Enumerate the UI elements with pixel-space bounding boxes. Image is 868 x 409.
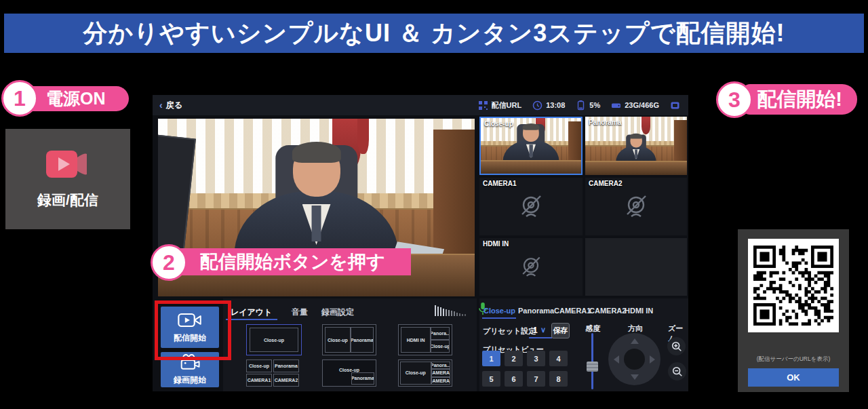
tab-volume[interactable]: 音量 xyxy=(292,307,308,318)
thumbnail-camera2-label: CAMERA2 xyxy=(589,180,622,187)
preset-cell: Close-up xyxy=(246,359,272,372)
dpad-up-icon[interactable] xyxy=(631,338,639,344)
battery-percent: 5% xyxy=(589,101,600,109)
direction-label: 方向 xyxy=(628,324,643,334)
layout-preset-hdmi-side[interactable]: HDMI IN Panora... Close-up xyxy=(398,324,452,355)
thumbnail-hdmi-label: HDMI IN xyxy=(483,240,509,248)
thumbnail-closeup-label: Close-up xyxy=(484,120,513,128)
layout-preset-pip[interactable]: Close-up Panorama xyxy=(322,359,376,387)
step2-number-badge: 2 xyxy=(151,244,187,281)
thumbnail-camera2[interactable]: CAMERA2 xyxy=(585,178,687,235)
power-on-tile: 録画/配信 xyxy=(5,129,130,229)
preset-dropdown-value[interactable]: 1 xyxy=(533,326,538,335)
preset-cell: Close-up xyxy=(431,340,450,353)
clock-item: 13:08 xyxy=(532,100,565,111)
preset-cell: CAMERA1 xyxy=(246,374,272,387)
ok-button[interactable]: OK xyxy=(748,368,839,387)
layout-preset-closeup-side[interactable]: Close-up Panora... CAMERA1 CAMERA2 xyxy=(398,359,452,387)
layout-preset-split[interactable]: Close-up Panorama xyxy=(322,324,376,355)
camera-off-icon xyxy=(621,192,651,222)
back-label: 戻る xyxy=(166,100,182,111)
battery-icon xyxy=(576,100,586,111)
save-button[interactable]: 保存 xyxy=(551,323,570,338)
camera-tab-underline xyxy=(482,317,516,319)
preset-button-1[interactable]: 1 xyxy=(482,351,500,366)
device-screen: ‹ 戻る 配信URL 13:08 xyxy=(153,95,688,391)
preset-setting-label: プリセット設定 xyxy=(483,326,536,336)
thumbnail-empty-slot xyxy=(585,238,687,296)
audio-level-meter xyxy=(435,304,474,316)
storage-value: 23G/466G xyxy=(625,101,659,109)
qr-caption: (配信サーバーのURLを表示) xyxy=(738,355,849,364)
back-button[interactable]: ‹ 戻る xyxy=(159,100,182,111)
dpad-left-icon[interactable] xyxy=(614,355,619,364)
thumbnail-closeup[interactable]: Close-up xyxy=(479,117,583,175)
settings-item[interactable] xyxy=(670,100,680,111)
start-record-label: 録画開始 xyxy=(174,374,206,386)
power-tile-label: 録画/配信 xyxy=(37,191,98,210)
thumbnail-hdmi-in[interactable]: HDMI IN xyxy=(479,238,583,296)
step3-number-badge: 3 xyxy=(716,81,753,118)
camera-tab-camera2[interactable]: CAMERA2 xyxy=(589,307,626,315)
preset-button-2[interactable]: 2 xyxy=(505,351,523,366)
camera-off-icon xyxy=(516,192,546,222)
tab-record-settings[interactable]: 録画設定 xyxy=(321,307,354,318)
back-chevron-icon: ‹ xyxy=(159,101,163,109)
preset-cell: Panora... xyxy=(431,327,450,340)
step2-label: 配信開始ボタンを押す xyxy=(174,248,411,275)
highlight-frame xyxy=(155,300,231,360)
thumbnail-camera1[interactable]: CAMERA1 xyxy=(479,178,583,235)
thumbnail-panorama-label: Panorama xyxy=(589,119,621,126)
preset-button-4[interactable]: 4 xyxy=(549,351,568,366)
zoom-out-button[interactable] xyxy=(668,362,686,381)
dpad-down-icon[interactable] xyxy=(631,374,639,380)
banner-title: 分かりやすいシンプルなUI ＆ カンタン3ステップで配信開始! xyxy=(4,14,864,53)
zoom-in-button[interactable] xyxy=(667,337,686,355)
status-bar: 配信URL 13:08 5% xyxy=(478,100,680,111)
settings-icon xyxy=(670,100,680,111)
storage-icon xyxy=(611,100,621,111)
camera-tab-panorama[interactable]: Panorama xyxy=(518,307,554,315)
preset-cell: HDMI IN xyxy=(401,327,431,353)
tab-layout[interactable]: レイアウト xyxy=(231,307,272,318)
layout-preset-quad[interactable]: Close-up Panorama CAMERA1 CAMERA2 xyxy=(246,359,299,387)
preset-cell: Close-up xyxy=(325,327,351,353)
preset-button-6[interactable]: 6 xyxy=(505,371,523,387)
qr-url-icon xyxy=(478,100,488,111)
preset-cell: Close-up xyxy=(400,362,431,385)
preset-cell: CAMERA2 xyxy=(273,374,299,387)
chevron-down-icon: ∨ xyxy=(540,326,546,334)
record-stream-camera-icon xyxy=(45,149,90,182)
preset-cell: CAMERA1 xyxy=(431,369,450,376)
stream-url-item[interactable]: 配信URL xyxy=(478,100,522,111)
magnifier-minus-icon xyxy=(671,366,684,378)
layout-preset-single-closeup[interactable]: Close-up xyxy=(246,324,302,355)
preset-cell: Panorama xyxy=(351,372,374,385)
preset-cell: Close-up xyxy=(250,328,298,352)
preset-cell: Panorama xyxy=(273,359,299,372)
preset-button-7[interactable]: 7 xyxy=(527,371,545,387)
magnifier-plus-icon xyxy=(671,340,683,353)
stream-url-label: 配信URL xyxy=(492,100,522,111)
camera-tab-camera1[interactable]: CAMERA1 xyxy=(554,307,591,315)
device-topbar: ‹ 戻る 配信URL 13:08 xyxy=(153,95,688,115)
camera-off-icon xyxy=(517,254,545,281)
qr-code xyxy=(748,239,839,332)
thumbnail-panorama[interactable]: Panorama xyxy=(585,117,687,175)
camera-tab-closeup[interactable]: Close-up xyxy=(484,307,515,315)
preset-button-5[interactable]: 5 xyxy=(482,371,500,387)
step1-number-badge: 1 xyxy=(1,80,38,117)
sensitivity-slider-handle[interactable] xyxy=(587,362,598,372)
dpad-right-icon[interactable] xyxy=(650,355,655,364)
thumbnail-camera1-label: CAMERA1 xyxy=(483,180,516,187)
tab-layout-underline xyxy=(226,319,277,320)
sensitivity-label: 感度 xyxy=(585,324,600,334)
preset-button-8[interactable]: 8 xyxy=(549,371,568,387)
preset-button-3[interactable]: 3 xyxy=(527,351,545,366)
step3-label: 配信開始! xyxy=(742,84,857,115)
preset-cell: Panora... xyxy=(431,362,450,369)
dpad-center[interactable] xyxy=(624,349,645,370)
camera-tab-hdmi[interactable]: HDMI IN xyxy=(625,307,653,315)
storage-item: 23G/466G xyxy=(611,100,659,111)
clock-time: 13:08 xyxy=(546,101,565,109)
